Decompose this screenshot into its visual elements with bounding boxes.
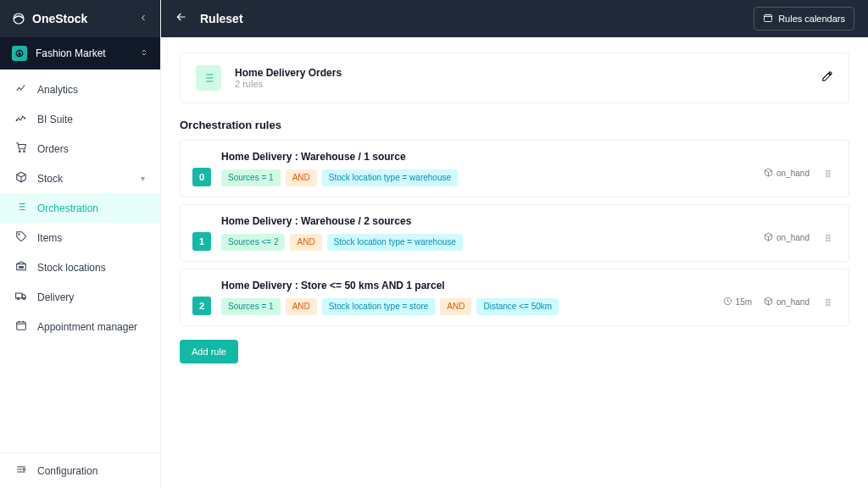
calendar-icon [763,13,773,25]
main-panel: Ruleset Rules calendars Home Delivery Or… [161,0,868,488]
svg-point-24 [829,237,831,239]
rule-meta-text: on_hand [776,297,810,307]
rule-card[interactable]: 2Home Delivery : Store <= 50 kms AND 1 p… [180,269,849,326]
svg-point-28 [826,299,828,301]
rule-index-badge: 2 [192,297,211,315]
ruleset-text: Home Delivery Orders 2 rules [235,67,342,89]
svg-point-30 [826,302,828,303]
sidebar-item-delivery[interactable]: Delivery [0,282,160,312]
svg-point-16 [829,170,831,172]
stock-icon [15,171,27,186]
rules-list: 0Home Delivery : Warehouse / 1 sourceSou… [180,140,849,326]
sidebar-item-label: Stock locations [37,262,106,274]
svg-point-5 [19,234,19,235]
rule-card[interactable]: 1Home Delivery : Warehouse / 2 sourcesSo… [180,204,849,262]
rule-meta-item: on_hand [764,232,810,243]
rule-tag-src: Sources = 1 [221,298,281,315]
ruleset-list-icon [196,65,221,91]
sidebar-item-label: Stock [37,173,63,185]
svg-point-23 [826,237,828,239]
add-rule-button[interactable]: Add rule [180,340,238,363]
rule-meta-item: 15m [723,297,752,308]
rule-meta-text: on_hand [776,169,810,178]
page-title: Ruleset [200,12,742,25]
svg-rect-6 [17,264,26,270]
svg-point-4 [24,151,25,152]
rules-calendars-label: Rules calendars [778,14,845,24]
sidebar-item-label: Analytics [37,84,78,96]
cube-icon [764,297,773,308]
rule-meta: 15mon_hand [723,297,810,308]
sidebar-item-label: BI Suite [37,114,73,125]
sidebar: OneStock ⦿ Fashion Market AnalyticsBI Su… [0,0,161,488]
rule-meta-text: on_hand [776,233,810,242]
rule-tag-and: AND [286,169,317,186]
sidebar-item-orders[interactable]: Orders [0,134,160,164]
sidebar-item-stock[interactable]: Stock▾ [0,164,160,193]
svg-point-22 [829,235,831,236]
sidebar-item-orchestration[interactable]: Orchestration [0,193,160,223]
rule-tags: Sources = 1ANDStock location type = ware… [221,169,754,186]
sidebar-item-label: Delivery [37,291,74,303]
edit-ruleset-button[interactable] [821,70,833,86]
analytics-icon [15,82,27,97]
cube-icon [764,168,773,179]
sidebar-item-items[interactable]: Items [0,223,160,252]
bi-icon [15,112,27,126]
add-rule-label: Add rule [192,347,226,357]
drag-handle-icon[interactable] [820,297,837,312]
drag-handle-icon[interactable] [820,168,837,183]
account-name: Fashion Market [36,47,131,59]
svg-point-0 [14,14,24,24]
svg-rect-9 [16,293,23,298]
ruleset-card: Home Delivery Orders 2 rules [180,53,849,103]
svg-rect-7 [19,267,21,269]
rule-card[interactable]: 0Home Delivery : Warehouse / 1 sourceSou… [180,140,849,197]
svg-rect-12 [17,322,26,330]
sidebar-configuration[interactable]: Configuration [0,452,160,488]
orchestration-icon [15,201,27,215]
back-button[interactable] [175,10,188,27]
svg-point-32 [826,304,828,306]
rule-meta: on_hand [764,168,810,179]
sidebar-item-label: Orchestration [37,202,98,214]
sidebar-item-analytics[interactable]: Analytics [0,75,160,104]
rule-tag-loc: Stock location type = warehouse [322,169,458,186]
topbar: Ruleset Rules calendars [161,0,868,37]
rule-body: Home Delivery : Warehouse / 1 sourceSour… [221,151,754,186]
svg-point-18 [829,173,831,175]
sidebar-collapse-button[interactable] [138,13,148,25]
svg-point-2 [25,118,25,119]
ruleset-title: Home Delivery Orders [235,67,342,79]
svg-point-20 [829,175,831,177]
rule-meta-text: 15m [736,297,752,307]
account-selector[interactable]: ⦿ Fashion Market [0,37,160,69]
sidebar-item-appointment-manager[interactable]: Appointment manager [0,312,160,341]
rules-calendars-button[interactable]: Rules calendars [754,7,854,30]
svg-point-13 [23,469,25,470]
svg-point-19 [826,175,828,177]
rule-tag-loc: Stock location type = warehouse [327,234,463,251]
drag-handle-icon[interactable] [820,232,837,247]
rule-tag-src: Sources <= 2 [221,234,285,251]
sidebar-item-label: Items [37,232,62,244]
ruleset-subtitle: 2 rules [235,79,342,89]
svg-rect-8 [22,267,24,269]
svg-point-25 [826,240,828,241]
config-label: Configuration [37,465,97,477]
rule-body: Home Delivery : Warehouse / 2 sourcesSou… [221,215,754,251]
rule-meta-item: on_hand [764,297,810,308]
rule-tags: Sources <= 2ANDStock location type = war… [221,234,754,251]
sidebar-item-stock-locations[interactable]: Stock locations [0,252,160,282]
cube-icon [764,232,773,243]
svg-rect-14 [765,15,772,22]
sidebar-item-bi-suite[interactable]: BI Suite [0,104,160,134]
content: Home Delivery Orders 2 rules Orchestrati… [161,37,868,488]
rule-meta: on_hand [764,232,810,243]
svg-point-15 [826,170,828,172]
rule-index-badge: 0 [192,168,211,186]
orchestration-section-title: Orchestration rules [180,119,849,131]
rule-name: Home Delivery : Store <= 50 kms AND 1 pa… [221,280,713,291]
rule-name: Home Delivery : Warehouse / 1 source [221,151,754,163]
rule-meta-item: on_hand [764,168,810,179]
